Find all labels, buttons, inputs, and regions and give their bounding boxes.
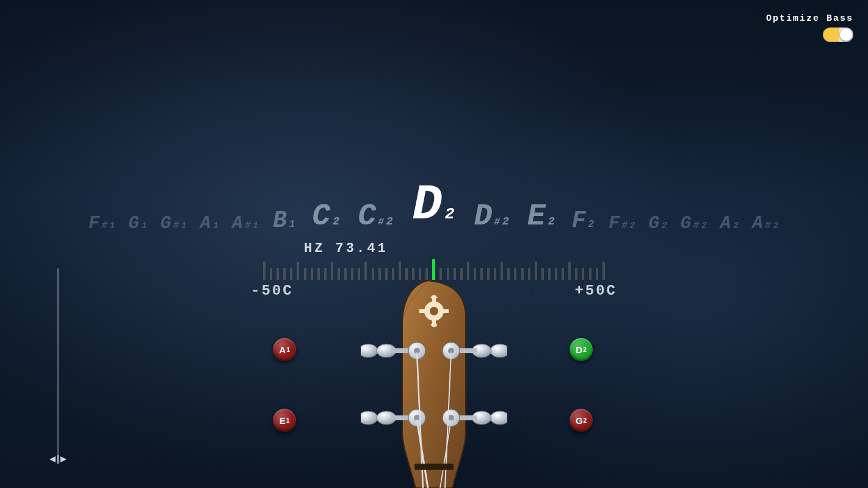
svg-point-29 [414,348,420,354]
svg-point-20 [472,344,491,357]
cents-meter-ticks [263,259,605,280]
cents-tick [447,268,449,280]
cents-tick [555,268,557,280]
cents-tick [596,268,598,280]
scale-note: C#2 [358,199,394,234]
cents-right-label: +50C [574,282,617,299]
slider-handle-icon [49,455,67,464]
scale-note: G#2 [681,213,708,234]
svg-marker-0 [49,456,56,462]
cents-tick [487,268,490,280]
cents-tick [364,262,367,280]
scale-note: F#2 [609,213,636,234]
cents-tick [589,268,591,280]
cents-tick [507,268,510,280]
cents-tick [372,268,374,280]
svg-line-34 [445,353,451,488]
svg-point-25 [408,342,425,359]
svg-line-36 [440,420,451,488]
scale-note: B1 [273,207,296,234]
cents-tick [474,268,476,280]
cents-tick [358,268,360,280]
string-note: E [280,415,286,426]
cents-tick [575,268,577,280]
svg-line-33 [417,353,423,488]
cents-tick [344,268,347,280]
optimize-bass-control: Optimize Bass [766,13,853,42]
scale-note: A2 [720,213,740,234]
string-button-d2[interactable]: D2 [570,338,593,361]
cents-tick [317,268,320,280]
string-button-e1[interactable]: E1 [273,409,296,432]
svg-point-23 [472,411,491,425]
cents-tick [439,268,442,280]
scale-note: D#2 [474,199,510,234]
note-scale-strip: F#1G1G#1A1A#1B1C2C#2D2D#2E2F2F#2G2G#2A2A… [0,177,868,234]
scale-note: E2 [527,199,556,234]
cents-tick [541,268,544,280]
svg-point-32 [448,415,454,421]
cents-tick [351,268,353,280]
cents-tick [514,268,516,280]
cents-tick [378,268,381,280]
optimize-bass-toggle[interactable] [823,27,853,42]
svg-rect-2 [57,455,59,464]
cents-tick [263,262,266,280]
string-note: D [576,345,582,355]
cents-tick [412,268,414,280]
cents-tick [270,268,272,280]
cents-tick [385,268,388,280]
cents-meter: -50C +50C [263,259,605,296]
cents-tick [454,268,456,280]
svg-point-26 [443,342,460,359]
string-button-a1[interactable]: A1 [273,338,296,361]
cents-tick [331,262,333,280]
svg-point-16 [361,411,378,425]
svg-point-31 [414,415,420,421]
cents-tick [521,268,524,280]
svg-point-30 [448,348,454,354]
string-button-g2[interactable]: G2 [570,409,593,432]
input-level-slider[interactable] [49,268,67,464]
cents-tick [467,262,469,280]
cents-tick [338,268,340,280]
scale-note: A1 [200,213,219,234]
cents-tick [405,268,408,280]
string-note: G [576,415,583,426]
svg-point-19 [490,344,507,357]
scale-note: F#1 [89,213,116,234]
cents-tick [425,268,428,280]
cents-tick [277,268,279,280]
cents-tick [480,268,483,280]
scale-note: G1 [128,213,148,234]
cents-tick [548,268,551,280]
tuning-settings-button[interactable] [421,300,447,327]
cents-tick [311,268,313,280]
cents-tick [324,268,327,280]
cents-tick [290,268,292,280]
svg-rect-18 [391,415,408,420]
scale-note: F2 [572,207,595,234]
level-handle[interactable] [49,455,67,464]
scale-note: A#2 [752,213,779,234]
cents-tick [419,268,421,280]
string-octave: 2 [583,346,587,353]
svg-rect-37 [414,464,454,470]
scale-note: A#1 [232,213,259,234]
cents-tick [501,262,503,280]
string-octave: 1 [286,346,290,353]
string-note: A [279,345,286,355]
cents-tick [460,268,463,280]
svg-line-35 [417,420,428,488]
scale-note: D2 [413,177,456,234]
cents-tick [392,268,394,280]
svg-rect-24 [460,415,477,420]
scale-note: C2 [312,199,341,234]
cents-tick [399,262,401,280]
string-octave: 2 [584,417,587,424]
cents-tick [304,268,306,280]
svg-rect-15 [391,348,408,353]
optimize-bass-label: Optimize Bass [766,13,853,24]
svg-point-14 [377,344,396,357]
level-track [57,268,59,464]
